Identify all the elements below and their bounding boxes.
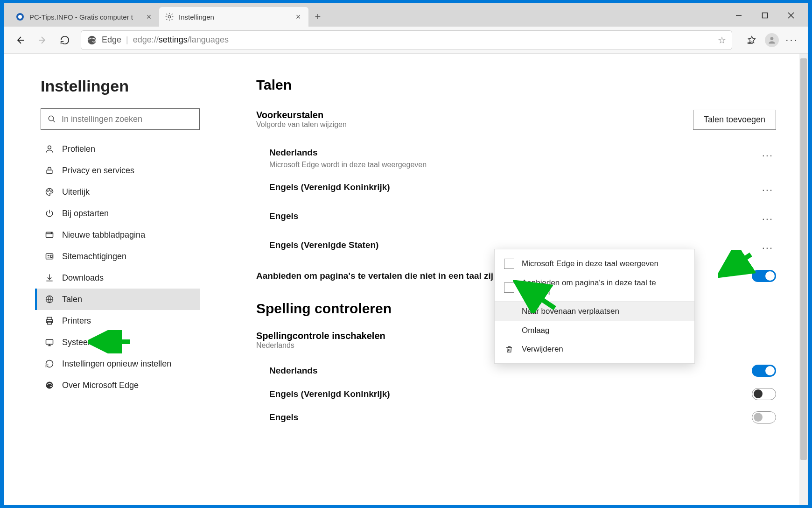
svg-point-6	[168, 15, 170, 18]
reset-icon	[44, 359, 55, 368]
sidebar-item-downloads[interactable]: Downloads	[41, 267, 200, 289]
sidebar-item-printers[interactable]: Printers	[41, 310, 200, 332]
favorites-button[interactable]	[742, 30, 762, 50]
ctx-move-down[interactable]: Omlaag	[495, 321, 694, 340]
sidebar-item-uiterlijk[interactable]: Uiterlijk	[41, 181, 200, 203]
new-tab-button[interactable]: +	[308, 7, 327, 27]
spell-lang-toggle[interactable]	[752, 388, 776, 400]
sidebar-item-opstarten[interactable]: Bij opstarten	[41, 203, 200, 224]
spell-lang-toggle[interactable]	[752, 365, 776, 377]
language-list: Nederlands Microsoft Edge wordt in deze …	[269, 141, 776, 262]
tab-strip: PC-Tips.INFO - Gratis computer t × Inste…	[4, 3, 808, 27]
palette-icon	[44, 187, 55, 197]
pref-langs-heading: Voorkeurstalen	[256, 110, 347, 120]
edge-logo-icon	[87, 35, 97, 45]
language-more-button[interactable]: ···	[759, 240, 776, 256]
maximize-button[interactable]	[752, 6, 778, 25]
favicon-pctips	[15, 12, 25, 21]
checkbox-icon[interactable]	[504, 282, 514, 293]
refresh-button[interactable]	[55, 30, 75, 50]
tab-pctips[interactable]: PC-Tips.INFO - Gratis computer t ×	[10, 7, 159, 27]
tab-settings[interactable]: Instellingen ×	[159, 7, 308, 27]
search-icon	[48, 115, 56, 123]
forward-button[interactable]	[32, 30, 53, 50]
settings-search-input[interactable]	[62, 114, 193, 124]
download-icon	[44, 273, 55, 282]
ctx-move-top[interactable]: Naar bovenaan verplaatsen	[495, 302, 694, 321]
language-more-button[interactable]: ···	[759, 211, 776, 227]
sidebar-item-privacy[interactable]: Privacy en services	[41, 160, 200, 181]
page-heading: Talen	[256, 77, 776, 93]
language-row: Engels (Verenigd Koninkrijk) ···	[269, 176, 776, 205]
spell-lang-row: Engels (Verenigd Koninkrijk)	[269, 382, 776, 406]
person-icon	[44, 144, 55, 154]
address-bar[interactable]: Edge | edge:// settings /languages ☆	[81, 30, 732, 50]
menu-button[interactable]: ···	[782, 30, 802, 50]
ctx-delete[interactable]: Verwijderen	[495, 340, 694, 359]
newtab-icon	[44, 230, 55, 240]
settings-sidebar: Instellingen Profielen Privacy en servic…	[4, 54, 228, 505]
language-icon	[44, 295, 55, 304]
checkbox-icon[interactable]	[504, 259, 514, 269]
svg-point-13	[48, 146, 51, 149]
svg-point-11	[49, 116, 54, 121]
add-language-button[interactable]: Talen toevoegen	[693, 110, 776, 130]
language-context-menu: Microsoft Edge in deze taal weergeven Aa…	[494, 249, 695, 364]
close-window-button[interactable]	[778, 6, 804, 25]
svg-point-16	[49, 190, 50, 190]
back-button[interactable]	[10, 30, 30, 50]
sidebar-item-talen[interactable]: Talen	[35, 289, 200, 310]
scrollbar[interactable]	[799, 54, 808, 505]
system-icon	[44, 338, 55, 347]
favorite-star-icon[interactable]: ☆	[718, 35, 726, 46]
lock-icon	[44, 166, 55, 175]
language-row: Nederlands Microsoft Edge wordt in deze …	[269, 141, 776, 176]
gear-icon	[165, 12, 174, 21]
tab-title: Instellingen	[179, 13, 294, 21]
svg-rect-14	[47, 170, 52, 174]
power-icon	[44, 209, 55, 218]
language-more-button[interactable]: ···	[759, 182, 776, 198]
minimize-button[interactable]	[726, 6, 752, 25]
sidebar-item-nieuwetab[interactable]: Nieuwe tabbladpagina	[41, 224, 200, 246]
scheme-label: Edge	[102, 35, 121, 45]
tab-title: PC-Tips.INFO - Gratis computer t	[29, 13, 144, 21]
svg-rect-30	[46, 339, 53, 344]
svg-rect-1	[763, 13, 768, 18]
settings-search[interactable]	[41, 108, 200, 130]
svg-line-12	[53, 120, 55, 122]
printer-icon	[44, 316, 55, 325]
edge-icon	[44, 381, 55, 390]
trash-icon	[504, 345, 514, 353]
pref-langs-desc: Volgorde van talen wijzigen	[256, 120, 347, 129]
sidebar-item-sitemachtigingen[interactable]: Sitemachtigingen	[41, 246, 200, 267]
permissions-icon	[44, 252, 55, 261]
toolbar: Edge | edge:// settings /languages ☆ ···	[4, 27, 808, 54]
svg-point-10	[770, 37, 774, 40]
sidebar-item-profielen[interactable]: Profielen	[41, 138, 200, 160]
ctx-display-in-lang[interactable]: Microsoft Edge in deze taal weergeven	[495, 254, 694, 274]
language-row: Engels ···	[269, 205, 776, 233]
sidebar-item-over[interactable]: Over Microsoft Edge	[41, 374, 200, 396]
spell-lang-row: Engels	[269, 406, 776, 429]
browser-window: PC-Tips.INFO - Gratis computer t × Inste…	[4, 3, 808, 505]
ctx-offer-translate[interactable]: Aanbieden om pagina's in deze taal te ve…	[495, 274, 694, 302]
sidebar-item-reset[interactable]: Instellingen opnieuw instellen	[41, 353, 200, 374]
svg-point-7	[88, 35, 96, 44]
language-more-button[interactable]: ···	[759, 148, 776, 163]
sidebar-title: Instellingen	[41, 77, 200, 95]
content-area: Instellingen Profielen Privacy en servic…	[4, 54, 808, 505]
scrollbar-thumb[interactable]	[800, 58, 807, 460]
window-controls	[726, 6, 804, 25]
svg-point-20	[51, 233, 52, 233]
svg-point-5	[18, 15, 22, 19]
svg-rect-24	[51, 255, 52, 258]
translate-offer-toggle[interactable]	[752, 270, 776, 282]
close-tab-button[interactable]: ×	[294, 12, 303, 22]
profile-avatar[interactable]	[765, 33, 779, 47]
svg-point-15	[48, 191, 49, 192]
close-tab-button[interactable]: ×	[144, 12, 154, 22]
svg-point-17	[51, 191, 52, 192]
spell-lang-toggle[interactable]	[752, 411, 776, 423]
sidebar-item-systeem[interactable]: Systeem	[41, 332, 200, 353]
